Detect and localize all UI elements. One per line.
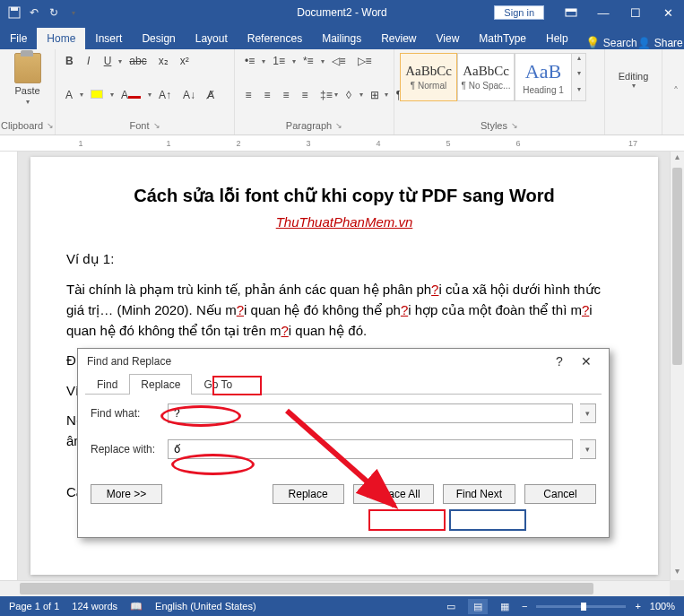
statusbar: Page 1 of 1 124 words 📖 English (United … [0, 596, 684, 616]
paragraph-label: Paragraph [286, 120, 332, 131]
find-what-input[interactable] [168, 403, 573, 423]
signin-button[interactable]: Sign in [494, 5, 544, 20]
dialog-launcher-icon[interactable]: ↘ [335, 121, 342, 130]
style-heading1[interactable]: AaBHeading 1 [515, 53, 572, 101]
clear-format-button[interactable]: A̸ [203, 87, 219, 103]
editing-button[interactable]: Editing ▾ [610, 53, 656, 107]
web-layout-icon[interactable]: ▦ [497, 601, 513, 612]
highlight-button[interactable] [86, 87, 108, 103]
tab-help[interactable]: Help [536, 28, 578, 49]
paste-button[interactable]: Paste ▾ [5, 53, 49, 106]
qat-dropdown-icon[interactable]: ▾ [66, 5, 81, 20]
language[interactable]: English (United States) [155, 601, 256, 612]
zoom-in-icon[interactable]: + [635, 601, 640, 612]
close-icon[interactable]: ✕ [652, 0, 684, 25]
align-right-button[interactable]: ≡ [278, 87, 294, 103]
doc-p1: Ví dụ 1: [66, 248, 622, 269]
scroll-thumb[interactable] [20, 583, 593, 594]
superscript-button[interactable]: x² [176, 53, 194, 69]
dialog-launcher-icon[interactable]: ↘ [511, 121, 518, 130]
justify-button[interactable]: ≡ [297, 87, 313, 103]
find-history-dropdown[interactable]: ▾ [580, 403, 596, 423]
bullets-button[interactable]: •≡ [240, 53, 259, 69]
shrink-font-button[interactable]: A↓ [178, 87, 200, 103]
clipboard-label: Clipboard [1, 120, 43, 131]
tab-references[interactable]: References [238, 28, 312, 49]
vertical-scrollbar[interactable]: ▴ ▾ [670, 152, 684, 580]
decrease-indent-button[interactable]: ◁≡ [327, 53, 351, 69]
dialog-launcher-icon[interactable]: ↘ [47, 121, 54, 130]
tab-review[interactable]: Review [371, 28, 426, 49]
line-spacing-button[interactable]: ‡≡ [316, 87, 332, 103]
tab-view[interactable]: View [427, 28, 470, 49]
zoom-out-icon[interactable]: − [522, 601, 527, 612]
tab-insert[interactable]: Insert [85, 28, 132, 49]
italic-button[interactable]: I [81, 53, 97, 69]
font-label: Font [129, 120, 149, 131]
ribbon-options-icon[interactable] [555, 0, 587, 25]
cancel-button[interactable]: Cancel [524, 484, 596, 504]
more-button[interactable]: More >> [91, 484, 162, 504]
horizontal-scrollbar[interactable] [0, 580, 670, 596]
tab-mailings[interactable]: Mailings [312, 28, 371, 49]
align-left-button[interactable]: ≡ [240, 87, 256, 103]
subscript-button[interactable]: x₂ [154, 53, 173, 69]
read-mode-icon[interactable]: ▭ [443, 601, 459, 612]
replace-history-dropdown[interactable]: ▾ [580, 439, 596, 459]
multilevel-button[interactable]: *≡ [299, 53, 318, 69]
underline-button[interactable]: U [100, 53, 117, 69]
proofing-icon[interactable]: 📖 [130, 601, 143, 612]
svg-rect-1 [11, 7, 18, 11]
replace-button[interactable]: Replace [273, 484, 344, 504]
page-indicator[interactable]: Page 1 of 1 [9, 601, 59, 612]
tab-replace[interactable]: Replace [129, 374, 192, 395]
tab-file[interactable]: File [0, 28, 37, 49]
chevron-down-icon: ▾ [632, 82, 636, 90]
increase-indent-button[interactable]: ▷≡ [353, 53, 377, 69]
shading-button[interactable]: ◊ [341, 87, 357, 103]
collapse-ribbon[interactable]: ˄ [662, 49, 684, 134]
ruler-vertical[interactable] [0, 152, 18, 580]
text-effects-button[interactable]: A [61, 87, 77, 103]
share-button[interactable]: 👤Share [637, 37, 684, 49]
style-no-spacing[interactable]: AaBbCc¶ No Spac... [457, 53, 515, 101]
replace-with-input[interactable] [168, 439, 573, 459]
ribbon-tabs: File Home Insert Design Layout Reference… [0, 25, 684, 49]
scroll-down-icon[interactable]: ▾ [671, 566, 684, 580]
font-color-button[interactable]: A [117, 87, 145, 103]
group-font: B I U▾ abc x₂ x² A▾ ▾ A▾ A↑ A↓ A̸ Font↘ [56, 49, 235, 134]
scroll-thumb[interactable] [672, 168, 682, 365]
zoom-slider[interactable] [536, 605, 626, 608]
tell-me-search[interactable]: 💡Search [585, 36, 637, 49]
style-normal[interactable]: AaBbCc¶ Normal [400, 53, 457, 101]
dialog-launcher-icon[interactable]: ↘ [153, 121, 160, 130]
minimize-icon[interactable]: — [587, 0, 619, 25]
tab-home[interactable]: Home [37, 28, 85, 49]
find-next-button[interactable]: Find Next [443, 484, 515, 504]
tab-goto[interactable]: Go To [192, 374, 244, 395]
replace-all-button[interactable]: Replace All [353, 484, 434, 504]
tab-design[interactable]: Design [132, 28, 185, 49]
strike-button[interactable]: abc [125, 53, 151, 69]
tab-layout[interactable]: Layout [186, 28, 238, 49]
word-count[interactable]: 124 words [72, 601, 117, 612]
redo-icon[interactable]: ↻ [47, 5, 61, 20]
styles-more[interactable]: ▴▾▾ [572, 53, 586, 101]
print-layout-icon[interactable]: ▤ [468, 599, 488, 614]
close-icon[interactable]: ✕ [573, 354, 600, 369]
dialog-title: Find and Replace [87, 355, 171, 368]
zoom-value[interactable]: 100% [650, 601, 675, 612]
align-center-button[interactable]: ≡ [259, 87, 275, 103]
maximize-icon[interactable]: ☐ [619, 0, 652, 25]
undo-icon[interactable]: ↶ [27, 5, 41, 20]
tab-find[interactable]: Find [85, 374, 129, 395]
scroll-up-icon[interactable]: ▴ [671, 152, 684, 166]
grow-font-button[interactable]: A↑ [154, 87, 176, 103]
help-icon[interactable]: ? [546, 354, 573, 369]
tab-mathtype[interactable]: MathType [469, 28, 536, 49]
bold-button[interactable]: B [61, 53, 78, 69]
borders-button[interactable]: ⊞ [366, 87, 382, 103]
ruler-horizontal[interactable]: 1 1 2 3 4 5 6 17 [0, 135, 684, 152]
numbering-button[interactable]: 1≡ [268, 53, 290, 69]
save-icon[interactable] [7, 5, 22, 20]
